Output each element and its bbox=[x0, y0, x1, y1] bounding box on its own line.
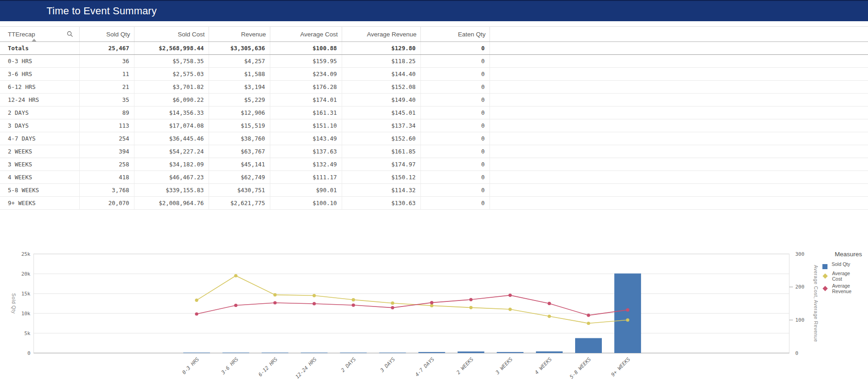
x-axis-labels[interactable]: 0-3 HRS3-6 HRS6-12 HRS12-24 HRS2 DAYS3 D… bbox=[181, 356, 631, 380]
legend-item-average-revenue[interactable]: Average Revenue bbox=[821, 283, 865, 294]
right-axis-title: Average Cost, Average Revenue bbox=[813, 265, 819, 342]
svg-text:20k: 20k bbox=[21, 271, 30, 277]
legend-diamond-swatch bbox=[822, 273, 827, 278]
column-header-spacer bbox=[489, 27, 868, 42]
svg-text:25k: 25k bbox=[21, 251, 30, 257]
table-cell: $100.10 bbox=[270, 197, 342, 210]
table-cell: $3,194 bbox=[209, 81, 270, 94]
summary-table-container: TTErecapSold QtySold CostRevenueAverage … bbox=[0, 26, 868, 210]
table-cell: $6,090.22 bbox=[134, 94, 209, 106]
table-cell: $174.01 bbox=[270, 94, 342, 106]
table-cell: 0 bbox=[420, 184, 489, 197]
gridlines bbox=[34, 254, 789, 333]
time-to-event-table: TTErecapSold QtySold CostRevenueAverage … bbox=[0, 26, 868, 210]
table-cell: $132.49 bbox=[270, 158, 342, 171]
table-cell: $90.01 bbox=[270, 184, 342, 197]
table-cell: $63,767 bbox=[209, 145, 270, 158]
table-cell: $45,141 bbox=[209, 158, 270, 171]
svg-text:6-12 HRS: 6-12 HRS bbox=[257, 356, 279, 378]
search-icon[interactable] bbox=[67, 31, 73, 37]
table-row: 3 DAYS113$17,074.08$15,519$151.10$137.34… bbox=[0, 119, 868, 132]
row-label[interactable]: 6-12 HRS bbox=[0, 81, 79, 94]
column-header-sold-cost[interactable]: Sold Cost bbox=[134, 27, 209, 42]
table-row: 0-3 HRS36$5,758.35$4,257$159.95$118.250 bbox=[0, 55, 868, 68]
table-cell: 21 bbox=[79, 81, 134, 94]
table-cell: $5,229 bbox=[209, 94, 270, 106]
table-cell: $62,749 bbox=[209, 171, 270, 184]
table-cell: $14,356.33 bbox=[134, 106, 209, 119]
left-axis-ticks: 05k10k15k20k25k bbox=[21, 251, 30, 356]
table-row: 4 WEEKS418$46,467.23$62,749$111.17$150.1… bbox=[0, 171, 868, 184]
table-cell: $38,760 bbox=[209, 132, 270, 145]
table-cell: $129.80 bbox=[342, 42, 420, 55]
table-cell: $3,305,636 bbox=[209, 42, 270, 55]
row-label[interactable]: 3 DAYS bbox=[0, 119, 79, 132]
table-cell bbox=[489, 55, 868, 68]
column-header-sold-qty[interactable]: Sold Qty bbox=[79, 27, 134, 42]
table-cell bbox=[489, 42, 868, 55]
table-cell: 0 bbox=[420, 119, 489, 132]
row-label[interactable]: 2 WEEKS bbox=[0, 145, 79, 158]
left-axis-title: Sold Qty bbox=[11, 293, 17, 314]
svg-text:9+ WEEKS: 9+ WEEKS bbox=[610, 356, 632, 378]
table-row: 3-6 HRS11$2,575.03$1,588$234.09$144.400 bbox=[0, 68, 868, 81]
table-cell: $54,227.24 bbox=[134, 145, 209, 158]
line-average-cost[interactable] bbox=[195, 274, 629, 325]
legend-item-sold-qty[interactable]: Sold Qty bbox=[821, 262, 865, 269]
table-cell: 0 bbox=[420, 94, 489, 106]
legend-label: Average Revenue bbox=[832, 283, 853, 294]
svg-text:4 WEEKS: 4 WEEKS bbox=[534, 356, 553, 376]
column-header-average-revenue[interactable]: Average Revenue bbox=[342, 27, 420, 42]
table-cell: 25,467 bbox=[79, 42, 134, 55]
row-label[interactable]: 3-6 HRS bbox=[0, 68, 79, 81]
svg-text:2 WEEKS: 2 WEEKS bbox=[455, 356, 475, 376]
table-cell: $4,257 bbox=[209, 55, 270, 68]
table-cell: $46,467.23 bbox=[134, 171, 209, 184]
svg-text:3 DAYS: 3 DAYS bbox=[379, 356, 396, 374]
column-header-average-cost[interactable]: Average Cost bbox=[270, 27, 342, 42]
table-cell bbox=[489, 197, 868, 210]
table-cell: 0 bbox=[420, 81, 489, 94]
row-label[interactable]: 0-3 HRS bbox=[0, 55, 79, 68]
legend-diamond-swatch bbox=[822, 286, 827, 291]
column-header-eaten-qty[interactable]: Eaten Qty bbox=[420, 27, 489, 42]
row-label[interactable]: Totals bbox=[0, 42, 79, 55]
combo-chart[interactable]: 05k10k15k20k25kSold Qty0100200300Average… bbox=[0, 249, 868, 383]
column-header-tterecap[interactable]: TTErecap bbox=[0, 27, 79, 42]
row-label[interactable]: 9+ WEEKS bbox=[0, 197, 79, 210]
table-cell: $12,906 bbox=[209, 106, 270, 119]
legend-item-average-cost[interactable]: Average Cost bbox=[821, 271, 865, 282]
svg-text:10k: 10k bbox=[21, 311, 30, 317]
table-cell: $161.31 bbox=[270, 106, 342, 119]
row-label[interactable]: 5-8 WEEKS bbox=[0, 184, 79, 197]
table-cell: 0 bbox=[420, 55, 489, 68]
table-cell: $3,701.82 bbox=[134, 81, 209, 94]
totals-row: Totals25,467$2,568,998.44$3,305,636$100.… bbox=[0, 42, 868, 55]
table-row: 4-7 DAYS254$36,445.46$38,760$143.49$152.… bbox=[0, 132, 868, 145]
table-cell: $111.17 bbox=[270, 171, 342, 184]
table-cell: $2,575.03 bbox=[134, 68, 209, 81]
table-row: 3 WEEKS258$34,182.09$45,141$132.49$174.9… bbox=[0, 158, 868, 171]
column-header-revenue[interactable]: Revenue bbox=[209, 27, 270, 42]
row-label[interactable]: 2 DAYS bbox=[0, 106, 79, 119]
table-cell: 3,768 bbox=[79, 184, 134, 197]
row-label[interactable]: 12-24 HRS bbox=[0, 94, 79, 106]
svg-text:0-3 HRS: 0-3 HRS bbox=[181, 356, 200, 376]
table-row: 5-8 WEEKS3,768$339,155.83$430,751$90.01$… bbox=[0, 184, 868, 197]
row-label[interactable]: 4-7 DAYS bbox=[0, 132, 79, 145]
svg-text:3 WEEKS: 3 WEEKS bbox=[494, 356, 514, 376]
table-cell: 0 bbox=[420, 132, 489, 145]
table-cell bbox=[489, 184, 868, 197]
table-cell: $17,074.08 bbox=[134, 119, 209, 132]
svg-text:100: 100 bbox=[795, 317, 804, 323]
table-cell: $161.85 bbox=[342, 145, 420, 158]
table-cell: 0 bbox=[420, 106, 489, 119]
table-cell bbox=[489, 158, 868, 171]
table-cell: $100.88 bbox=[270, 42, 342, 55]
table-cell: $144.40 bbox=[342, 68, 420, 81]
table-cell: $114.32 bbox=[342, 184, 420, 197]
row-label[interactable]: 4 WEEKS bbox=[0, 171, 79, 184]
table-row: 6-12 HRS21$3,701.82$3,194$176.28$152.080 bbox=[0, 81, 868, 94]
row-label[interactable]: 3 WEEKS bbox=[0, 158, 79, 171]
table-cell bbox=[489, 132, 868, 145]
